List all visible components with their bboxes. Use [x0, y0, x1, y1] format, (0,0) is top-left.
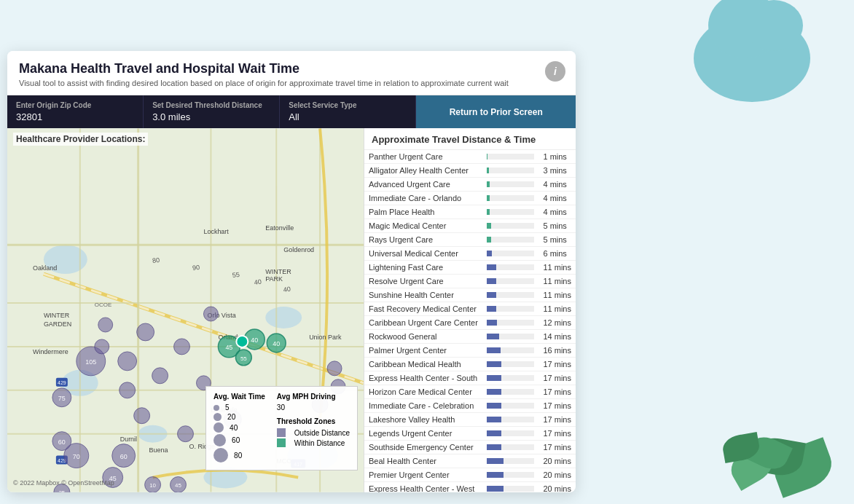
svg-text:55: 55: [240, 355, 247, 362]
legend-inside-row: Within Distance: [277, 438, 350, 447]
provider-time: 20 mins: [538, 454, 576, 468]
svg-text:OCOE: OCOE: [95, 302, 111, 308]
table-row[interactable]: Lightening Fast Care11 mins: [364, 261, 576, 275]
svg-point-73: [118, 352, 137, 371]
provider-bar: [482, 385, 539, 399]
legend-val-5: 5: [225, 403, 230, 412]
legend-outside-label: Outside Distance: [294, 429, 350, 437]
table-row[interactable]: Palmer Urgent Center16 mins: [364, 344, 576, 358]
svg-text:40: 40: [273, 340, 280, 347]
providers-table: Panther Urgent Care1 minsAlligator Alley…: [364, 150, 576, 492]
table-row[interactable]: Southside Emergency Center17 mins: [364, 441, 576, 454]
table-row[interactable]: Immediate Care - Celebration17 mins: [364, 399, 576, 413]
provider-time: 17 mins: [538, 441, 576, 454]
provider-name: Immediate Care - Celebration: [364, 399, 482, 413]
mapbox-credit: © 2022 Mapbox © OpenStreetMap: [13, 479, 114, 487]
svg-text:Buena: Buena: [149, 446, 168, 454]
table-row[interactable]: Panther Urgent Care1 mins: [364, 150, 576, 164]
data-panel: Approximate Travel Distance & Time Panth…: [364, 128, 576, 492]
provider-name: Rockwood General: [364, 330, 482, 344]
table-row[interactable]: Advanced Urgent Care4 mins: [364, 178, 576, 192]
provider-bar: [482, 482, 539, 493]
legend-val-60: 60: [232, 436, 240, 444]
data-panel-title: Approximate Travel Distance & Time: [364, 128, 576, 150]
table-row[interactable]: Immediate Care - Orlando4 mins: [364, 192, 576, 205]
table-row[interactable]: Caribbean Medical Health17 mins: [364, 358, 576, 371]
svg-point-106: [327, 361, 342, 376]
provider-time: 17 mins: [538, 427, 576, 441]
svg-point-76: [178, 426, 194, 442]
legend-circle-60: [214, 434, 226, 446]
table-row[interactable]: Resolve Urgent Care11 mins: [364, 275, 576, 288]
provider-time: 17 mins: [538, 399, 576, 413]
provider-name: Immediate Care - Orlando: [364, 192, 482, 205]
threshold-label: Set Desired Threshold Distance: [152, 101, 270, 109]
controls-row: Enter Origin Zip Code 32801 Set Desired …: [7, 95, 576, 128]
provider-name: Rays Urgent Care: [364, 233, 482, 247]
table-row[interactable]: Fast Recovery Medical Center11 mins: [364, 302, 576, 316]
table-row[interactable]: Caribbean Urgent Care Center12 mins: [364, 316, 576, 330]
provider-name: Alligator Alley Health Center: [364, 164, 482, 178]
legend-outside-row: Outside Distance: [277, 428, 350, 437]
table-row[interactable]: Express Health Center - West20 mins: [364, 482, 576, 493]
table-row[interactable]: Lakeshore Valley Health17 mins: [364, 413, 576, 427]
decorative-cloud: [694, 15, 810, 102]
provider-name: Horizon Care Medical Center: [364, 385, 482, 399]
origin-label: Enter Origin Zip Code: [16, 101, 134, 109]
legend-circle-20: [214, 413, 222, 421]
outside-zone-box: [277, 428, 286, 437]
provider-time: 20 mins: [538, 482, 576, 493]
table-row[interactable]: Rockwood General14 mins: [364, 330, 576, 344]
provider-time: 12 mins: [538, 316, 576, 330]
table-row[interactable]: Magic Medical Center5 mins: [364, 219, 576, 233]
threshold-control[interactable]: Set Desired Threshold Distance 3.0 miles: [144, 95, 280, 128]
table-row[interactable]: Rays Urgent Care5 mins: [364, 233, 576, 247]
legend-circle-80: [214, 448, 228, 462]
svg-point-108: [203, 307, 218, 321]
service-control[interactable]: Select Service Type All: [280, 95, 416, 128]
legend-row-40: 40: [214, 422, 265, 433]
svg-point-100: [152, 368, 168, 384]
provider-time: 14 mins: [538, 330, 576, 344]
svg-point-75: [134, 408, 150, 424]
app-subtitle: Visual tool to assist with finding desir…: [19, 79, 564, 87]
table-row[interactable]: Universal Medical Center6 mins: [364, 247, 576, 261]
table-row[interactable]: Palm Place Health4 mins: [364, 205, 576, 219]
provider-bar: [482, 427, 539, 441]
svg-text:Oakland: Oakland: [33, 264, 57, 272]
table-row[interactable]: Sunshine Health Center11 mins: [364, 288, 576, 302]
svg-text:Lockhart: Lockhart: [203, 228, 229, 235]
provider-time: 11 mins: [538, 302, 576, 316]
info-icon[interactable]: i: [545, 61, 565, 82]
table-row[interactable]: Horizon Care Medical Center17 mins: [364, 385, 576, 399]
provider-bar: [482, 164, 539, 178]
table-row[interactable]: Express Health Center - South17 mins: [364, 371, 576, 385]
svg-point-74: [120, 382, 136, 398]
provider-name: Express Health Center - West: [364, 482, 482, 493]
origin-control[interactable]: Enter Origin Zip Code 32801: [7, 95, 144, 128]
table-row[interactable]: Legends Urgent Center17 mins: [364, 427, 576, 441]
svg-text:70: 70: [73, 453, 80, 460]
provider-bar: [482, 192, 539, 205]
svg-text:GARDEN: GARDEN: [44, 320, 71, 328]
app-title: Makana Health Travel and Hospital Wait T…: [19, 61, 564, 76]
legend-row-60: 60: [214, 434, 265, 446]
threshold-value: 3.0 miles: [152, 111, 270, 122]
table-row[interactable]: Alligator Alley Health Center3 mins: [364, 164, 576, 178]
svg-text:10: 10: [149, 483, 156, 489]
provider-bar: [482, 233, 539, 247]
provider-bar: [482, 344, 539, 358]
svg-text:40: 40: [283, 286, 291, 294]
provider-bar: [482, 205, 539, 219]
svg-text:Windermere: Windermere: [33, 348, 68, 355]
table-row[interactable]: Beal Health Center20 mins: [364, 454, 576, 468]
svg-text:Durnil: Durnil: [120, 436, 137, 443]
provider-bar: [482, 358, 539, 371]
table-row[interactable]: Premier Urgent Center20 mins: [364, 468, 576, 482]
svg-text:429: 429: [58, 380, 66, 385]
map-legend: Avg. Wait Time 5 20 40: [205, 386, 358, 470]
return-button[interactable]: Return to Prior Screen: [416, 95, 576, 128]
main-panel: Makana Health Travel and Hospital Wait T…: [7, 51, 576, 492]
svg-text:90: 90: [192, 264, 200, 272]
provider-name: Sunshine Health Center: [364, 288, 482, 302]
